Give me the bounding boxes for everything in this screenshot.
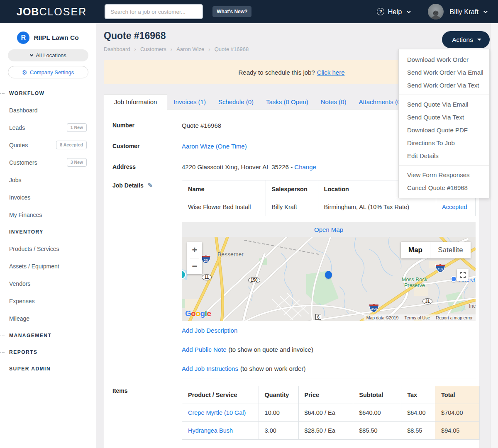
menu-item-view-form-responses[interactable]: View Form Responses <box>399 168 489 181</box>
schedule-click-here-link[interactable]: Click here <box>317 69 345 76</box>
sidebar-item-leads[interactable]: 1 NewLeads <box>0 119 96 136</box>
svg-text:20: 20 <box>204 258 208 263</box>
whats-new-button[interactable]: What's New? <box>212 6 251 17</box>
menu-item-send-quote-text[interactable]: Send Quote Via Text <box>399 111 489 124</box>
menu-item-download-work-order[interactable]: Download Work Order <box>399 53 489 66</box>
mall-poi-icon[interactable] <box>451 276 457 282</box>
all-locations-selector[interactable]: All Locations <box>8 49 88 61</box>
menu-divider <box>399 95 489 95</box>
help-label: Help <box>388 8 402 16</box>
map-type-satellite-button[interactable]: Satellite <box>430 242 471 258</box>
menu-item-send-quote-email[interactable]: Send Quote Via Email <box>399 98 489 111</box>
breadcrumb-customer-name[interactable]: Aaron Wize <box>166 46 205 52</box>
sidebar-section-super-admin[interactable]: SUPER ADMIN <box>0 360 96 377</box>
sidebar-item-expenses[interactable]: Expenses <box>0 292 96 310</box>
user-menu[interactable]: Billy Kraft <box>449 8 486 16</box>
sidebar-item-label: Expenses <box>9 298 34 304</box>
sidebar-section-management[interactable]: MANAGEMENT <box>0 327 96 344</box>
item-product-link[interactable]: Hydrangea Bush <box>188 427 233 434</box>
add-job-instructions-link[interactable]: Add Job Instructions <box>182 365 238 372</box>
menu-item-directions-to-job[interactable]: Directions To Job <box>399 136 489 149</box>
app-logo[interactable]: JOBCLOSER <box>17 6 87 18</box>
add-job-description-link[interactable]: Add Job Description <box>182 327 237 334</box>
job-salesperson-cell: Billy Kraft <box>266 198 318 216</box>
sidebar-item-invoices[interactable]: Invoices <box>0 189 96 206</box>
sidebar-item-label: My Finances <box>9 212 42 218</box>
sidebar-section-workflow: WORKFLOW <box>0 85 96 102</box>
menu-item-edit-details[interactable]: Edit Details <box>399 149 489 162</box>
sidebar-item-label: Dashboard <box>9 107 38 114</box>
zoom-in-button[interactable]: + <box>187 242 202 258</box>
scrollbar[interactable] <box>491 23 498 448</box>
item-price: $64.00 / Ea <box>298 404 353 422</box>
main-content: Quote #16968 DashboardCustomersAaron Wiz… <box>96 23 498 448</box>
col-total: Total <box>435 386 480 404</box>
zoom-out-button[interactable]: − <box>187 258 202 274</box>
user-name: Billy Kraft <box>449 8 478 16</box>
sidebar-section-reports[interactable]: REPORTS <box>0 344 96 360</box>
menu-item-download-quote-pdf[interactable]: Download Quote PDF <box>399 124 489 136</box>
menu-item-send-work-order-text[interactable]: Send Work Order Via Text <box>399 79 489 92</box>
sidebar-item-products-services[interactable]: Products / Services <box>0 240 96 258</box>
leads-badge: 1 New <box>67 123 87 132</box>
sidebar-item-dashboard[interactable]: Dashboard <box>0 102 96 119</box>
tab-schedule[interactable]: Schedule (0) <box>212 95 260 109</box>
sidebar-item-customers[interactable]: 3 NewCustomers <box>0 154 96 171</box>
menu-item-cancel-quote[interactable]: Cancel Quote #16968 <box>399 181 489 194</box>
search-input[interactable] <box>105 4 203 19</box>
number-label: Number <box>112 122 182 129</box>
sidebar-item-label: Jobs <box>9 177 22 183</box>
job-location-cell: Birmingham, AL (10% Tax Rate) <box>318 198 436 216</box>
app-logo-light: CLOSER <box>39 6 87 17</box>
open-map-link[interactable]: Open Map <box>314 226 343 233</box>
tab-notes[interactable]: Notes (0) <box>315 95 353 109</box>
sidebar-item-jobs[interactable]: Jobs <box>0 171 96 189</box>
report-map-error-link[interactable]: Report a map error <box>433 315 476 320</box>
change-address-link[interactable]: Change <box>294 163 316 170</box>
job-location-marker-icon[interactable] <box>325 271 332 279</box>
menu-divider <box>399 165 489 166</box>
breadcrumb-dashboard[interactable]: Dashboard <box>104 46 130 52</box>
tab-invoices[interactable]: Invoices (1) <box>167 95 212 109</box>
route-150-shield-icon: 150 <box>248 277 260 283</box>
interstate-20-shield-icon: 20 <box>201 255 211 264</box>
terms-of-use-link[interactable]: Terms of Use <box>401 315 433 320</box>
actions-button[interactable]: Actions <box>442 31 490 48</box>
customer-link[interactable]: Aaron Wize (One Time) <box>182 143 247 150</box>
tab-job-information[interactable]: Job Information <box>104 94 167 110</box>
job-status-link[interactable]: Accepted <box>442 204 467 210</box>
map-preserve-label: Moss Rock Preserve <box>402 277 427 289</box>
company-settings-button[interactable]: ⚙ Company Settings <box>8 66 88 78</box>
app-logo-bold: JOB <box>17 6 39 17</box>
actions-label: Actions <box>452 36 473 44</box>
svg-text:459: 459 <box>437 267 443 271</box>
sidebar-item-quotes[interactable]: 8 AcceptedQuotes <box>0 136 96 154</box>
company-header[interactable]: R RIIPL Lawn Co <box>0 32 96 44</box>
sidebar-item-my-finances[interactable]: My Finances <box>0 206 96 224</box>
menu-item-send-work-order-email[interactable]: Send Work Order Via Email <box>399 66 489 79</box>
company-logo: R <box>17 32 29 44</box>
fullscreen-button[interactable] <box>457 269 469 281</box>
sidebar-item-vendors[interactable]: Vendors <box>0 275 96 292</box>
google-logo[interactable]: Google <box>185 309 211 318</box>
tab-tasks[interactable]: Tasks (0 Open) <box>260 95 315 109</box>
sidebar-item-label: Products / Services <box>9 246 59 252</box>
item-product-link[interactable]: Crepe Myrtle (10 Gal) <box>188 409 246 416</box>
items-label: Items <box>112 386 182 440</box>
help-menu[interactable]: ? Help <box>377 8 410 16</box>
add-public-note-row: Add Public Note (to show on quote and in… <box>182 340 476 359</box>
item-row: Hydrangea Bush 3.00 $28.50 / Ea $85.50 $… <box>182 422 480 440</box>
sidebar-item-assets-equipment[interactable]: Assets / Equipment <box>0 258 96 275</box>
sidebar-item-label: Leads <box>9 124 25 131</box>
col-name: Name <box>182 180 266 198</box>
edit-job-details-icon[interactable]: ✎ <box>148 182 153 189</box>
breadcrumb-customers[interactable]: Customers <box>130 46 166 52</box>
col-tax: Tax <box>401 386 435 404</box>
add-public-note-link[interactable]: Add Public Note <box>182 346 227 353</box>
sidebar-item-mileage[interactable]: Mileage <box>0 310 96 327</box>
map-type-map-button[interactable]: Map <box>401 242 430 258</box>
map-city-label: Bessemer <box>217 251 244 258</box>
map-canvas[interactable]: Bessemer Moss Rock Preserve Riverchase G… <box>182 237 476 321</box>
customer-label: Customer <box>112 143 182 150</box>
user-avatar[interactable] <box>428 4 444 19</box>
